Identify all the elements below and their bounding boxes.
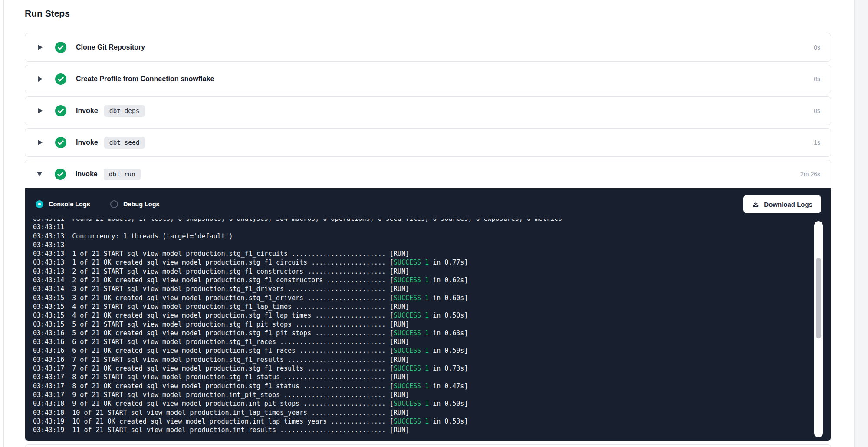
success-status-text: SUCCESS 1 <box>394 417 429 425</box>
step-label: Invoke <box>76 170 98 178</box>
caret-right-icon[interactable] <box>38 76 43 82</box>
step-header-dbt-deps[interactable]: Invoke dbt deps 0s <box>25 97 831 125</box>
radio-selected-icon[interactable] <box>36 200 43 208</box>
log-line: 03:43:15 5 of 21 START sql view model pr… <box>33 320 811 329</box>
download-logs-label: Download Logs <box>764 201 812 208</box>
log-line: 03:43:18 10 of 21 START sql view model p… <box>33 408 811 417</box>
log-line: 03:43:15 3 of 21 OK created sql view mod… <box>33 294 811 302</box>
step-command-badge: dbt run <box>104 169 141 180</box>
log-line: 03:43:13 <box>33 241 811 249</box>
run-steps-list: Clone Git Repository 0s Create Profile f… <box>25 33 831 441</box>
log-line: 03:43:13 Concurrency: 1 threads (target=… <box>33 232 811 241</box>
log-line: 03:43:19 11 of 21 START sql view model p… <box>33 426 811 434</box>
success-status-text: SUCCESS 1 <box>394 258 429 266</box>
step-label: Create Profile from Connection snowflake <box>76 75 214 83</box>
log-line: 03:43:11 Found 21 models, 17 tests, 0 sn… <box>33 219 811 223</box>
success-check-icon <box>55 73 66 85</box>
step-command-badge: dbt seed <box>104 137 145 149</box>
success-status-text: SUCCESS 1 <box>394 276 429 284</box>
step-header-dbt-seed[interactable]: Invoke dbt seed 1s <box>25 129 831 156</box>
debug-logs-radio[interactable]: Debug Logs <box>110 200 160 208</box>
step-label: Invoke <box>76 139 98 146</box>
log-line: 03:43:13 1 of 21 START sql view model pr… <box>33 249 811 258</box>
log-line: 03:43:13 1 of 21 OK created sql view mod… <box>33 258 811 267</box>
caret-down-icon[interactable] <box>37 172 42 176</box>
success-status-text: SUCCESS 1 <box>394 294 429 302</box>
step-header-dbt-run[interactable]: Invoke dbt run 2m 26s <box>25 160 831 188</box>
step-duration: 0s <box>814 44 820 51</box>
console-logs-label: Console Logs <box>49 201 90 208</box>
log-line: 03:43:16 6 of 21 OK created sql view mod… <box>33 346 811 355</box>
success-check-icon <box>55 42 66 53</box>
step-duration: 0s <box>814 107 820 114</box>
success-status-text: SUCCESS 1 <box>394 329 429 337</box>
log-line: 03:43:15 4 of 21 START sql view model pr… <box>33 302 811 311</box>
page-title: Run Steps <box>25 8 831 19</box>
log-line: 03:43:14 2 of 21 OK created sql view mod… <box>33 276 811 285</box>
success-status-text: SUCCESS 1 <box>394 347 429 354</box>
log-line: 03:43:16 6 of 21 START sql view model pr… <box>33 338 811 346</box>
log-line: 03:43:15 4 of 21 OK created sql view mod… <box>33 311 811 320</box>
debug-logs-label: Debug Logs <box>123 201 160 208</box>
right-gutter <box>854 0 868 447</box>
caret-right-icon[interactable] <box>38 140 43 145</box>
step-duration: 1s <box>814 139 820 146</box>
log-line: 03:43:14 3 of 21 START sql view model pr… <box>33 285 811 293</box>
step-label: Invoke <box>76 107 98 115</box>
log-scrollbar-thumb[interactable] <box>816 258 821 338</box>
step-header-create-profile[interactable]: Create Profile from Connection snowflake… <box>25 65 831 93</box>
log-line: 03:43:18 9 of 21 OK created sql view mod… <box>33 399 811 408</box>
log-line: 03:43:17 9 of 21 START sql view model pr… <box>33 391 811 399</box>
log-scrollbar-track[interactable] <box>814 221 823 437</box>
step-card-dbt-deps: Invoke dbt deps 0s <box>25 96 831 125</box>
step-card-dbt-seed: Invoke dbt seed 1s <box>25 128 831 157</box>
success-check-icon <box>55 169 66 180</box>
log-line: 03:43:17 7 of 21 OK created sql view mod… <box>33 364 811 373</box>
log-line: 03:43:16 7 of 21 START sql view model pr… <box>33 355 811 364</box>
left-panel-edge <box>3 0 4 447</box>
run-steps-content: Run Steps Clone Git Repository 0s <box>25 0 831 447</box>
step-header-clone-git-repository[interactable]: Clone Git Repository 0s <box>25 33 831 61</box>
step-command-badge: dbt deps <box>104 105 145 117</box>
log-line: 03:43:19 10 of 21 OK created sql view mo… <box>33 417 811 426</box>
log-line: 03:43:16 5 of 21 OK created sql view mod… <box>33 329 811 338</box>
step-card-create-profile: Create Profile from Connection snowflake… <box>25 65 831 93</box>
log-line: 03:43:13 2 of 21 START sql view model pr… <box>33 267 811 276</box>
console-logs-radio[interactable]: Console Logs <box>36 200 90 208</box>
success-check-icon <box>55 105 66 116</box>
success-status-text: SUCCESS 1 <box>394 382 429 390</box>
step-duration: 0s <box>814 76 820 83</box>
console-toolbar: Console Logs Debug Logs <box>25 188 831 213</box>
console-panel: Console Logs Debug Logs <box>25 188 831 441</box>
next-step-card-peek <box>25 444 831 447</box>
success-status-text: SUCCESS 1 <box>394 311 429 319</box>
step-card-dbt-run-expanded: Invoke dbt run 2m 26s Console Logs Debug… <box>25 160 831 441</box>
log-lines: 03:43:11 Found 21 models, 17 tests, 0 sn… <box>33 219 811 434</box>
download-icon <box>752 201 760 208</box>
success-check-icon <box>55 137 66 148</box>
download-logs-button[interactable]: Download Logs <box>743 195 821 213</box>
step-label: Clone Git Repository <box>76 43 145 51</box>
success-status-text: SUCCESS 1 <box>394 364 429 372</box>
run-steps-page: Run Steps Clone Git Repository 0s <box>0 0 868 447</box>
caret-right-icon[interactable] <box>38 108 43 113</box>
caret-right-icon[interactable] <box>38 45 43 50</box>
radio-unselected-icon[interactable] <box>110 200 118 208</box>
step-card-clone-git-repository: Clone Git Repository 0s <box>25 33 831 62</box>
step-duration: 2m 26s <box>800 171 820 178</box>
log-line: 03:43:11 <box>33 223 811 232</box>
log-line: 03:43:17 8 of 21 START sql view model pr… <box>33 373 811 381</box>
log-line: 03:43:17 8 of 21 OK created sql view mod… <box>33 382 811 391</box>
success-status-text: SUCCESS 1 <box>394 400 429 407</box>
console-log-output[interactable]: 03:43:11 Found 21 models, 17 tests, 0 sn… <box>25 219 811 436</box>
